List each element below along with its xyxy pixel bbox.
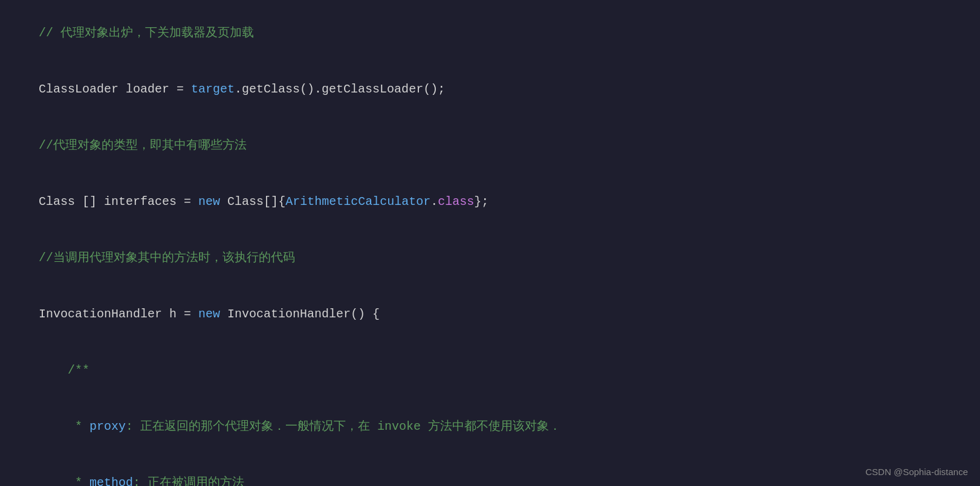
code-line-2: ClassLoader loader = target.getClass().g…	[10, 61, 970, 117]
code-line-5: //当调用代理对象其中的方法时，该执行的代码	[10, 230, 970, 286]
code-text: target	[191, 82, 235, 96]
doc-text: *	[39, 420, 89, 433]
code-text: .	[430, 195, 438, 209]
code-text: =	[177, 195, 198, 209]
code-text: };	[474, 195, 488, 209]
doc-text: : 正在被调用的方法	[133, 476, 244, 486]
code-editor: // 代理对象出炉，下关加载器及页加载 ClassLoader loader =…	[0, 0, 980, 486]
comment-text: // 代理对象出炉，下关加载器及页加载	[39, 26, 254, 40]
code-line-6: InvocationHandler h = new InvocationHand…	[10, 286, 970, 342]
comment-text: //当调用代理对象其中的方法时，该执行的代码	[39, 251, 295, 265]
code-text: .getClass().getClassLoader();	[235, 82, 445, 96]
code-text: Class []	[39, 195, 104, 209]
doc-text: /**	[39, 363, 89, 377]
watermark: CSDN @Sophia-distance	[866, 465, 968, 479]
code-line-1: // 代理对象出炉，下关加载器及页加载	[10, 5, 970, 61]
interfaces-text: interfaces	[104, 195, 177, 209]
comment-text: //代理对象的类型，即其中有哪些方法	[39, 138, 247, 152]
code-text: new	[198, 195, 220, 209]
doc-method: method	[89, 476, 133, 486]
code-line-8: * proxy: 正在返回的那个代理对象．一般情况下，在 invoke 方法中都…	[10, 398, 970, 455]
code-line-4: Class [] interfaces = new Class[]{Arithm…	[10, 173, 970, 230]
code-text: new	[198, 307, 220, 321]
code-text: Class[]{	[220, 195, 285, 209]
code-text: InvocationHandler h =	[39, 307, 198, 321]
code-line-9: * method: 正在被调用的方法	[10, 455, 970, 486]
code-text: class	[438, 195, 474, 209]
code-text: ClassLoader loader =	[39, 82, 191, 96]
code-line-7: /**	[10, 342, 970, 398]
code-text: ArithmeticCalculator	[285, 195, 430, 209]
doc-proxy: proxy	[89, 420, 126, 433]
code-text: InvocationHandler() {	[220, 307, 380, 321]
code-line-3: //代理对象的类型，即其中有哪些方法	[10, 117, 970, 173]
doc-text: *	[39, 476, 89, 486]
doc-text: : 正在返回的那个代理对象．一般情况下，在 invoke 方法中都不使用该对象．	[126, 420, 561, 433]
